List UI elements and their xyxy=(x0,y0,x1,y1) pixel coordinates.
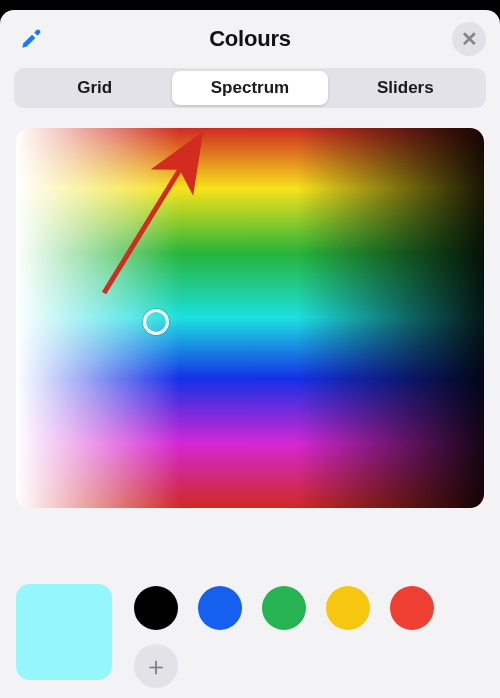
page-title: Colours xyxy=(209,26,291,52)
bottom-panel: ＋ xyxy=(0,580,500,698)
plus-icon: ＋ xyxy=(143,649,169,684)
preset-swatch-row xyxy=(134,586,484,630)
preset-swatch[interactable] xyxy=(326,586,370,630)
preset-swatch[interactable] xyxy=(134,586,178,630)
tab-spectrum[interactable]: Spectrum xyxy=(172,71,327,105)
spectrum-picker-ring[interactable] xyxy=(143,309,169,335)
close-icon: ✕ xyxy=(461,29,478,49)
header: Colours ✕ xyxy=(0,10,500,68)
eyedropper-button[interactable] xyxy=(16,24,46,54)
preset-swatch[interactable] xyxy=(262,586,306,630)
spectrum-canvas[interactable] xyxy=(16,128,484,508)
preset-swatch[interactable] xyxy=(198,586,242,630)
tab-grid[interactable]: Grid xyxy=(17,71,172,105)
tab-sliders[interactable]: Sliders xyxy=(328,71,483,105)
eyedropper-icon xyxy=(18,26,44,52)
tab-bar: Grid Spectrum Sliders xyxy=(0,68,500,108)
preset-swatch[interactable] xyxy=(390,586,434,630)
color-picker-sheet: Colours ✕ Grid Spectrum Sliders xyxy=(0,10,500,698)
current-color-swatch[interactable] xyxy=(16,584,112,680)
add-swatch-button[interactable]: ＋ xyxy=(134,644,178,688)
spectrum-area xyxy=(16,128,484,508)
close-button[interactable]: ✕ xyxy=(452,22,486,56)
